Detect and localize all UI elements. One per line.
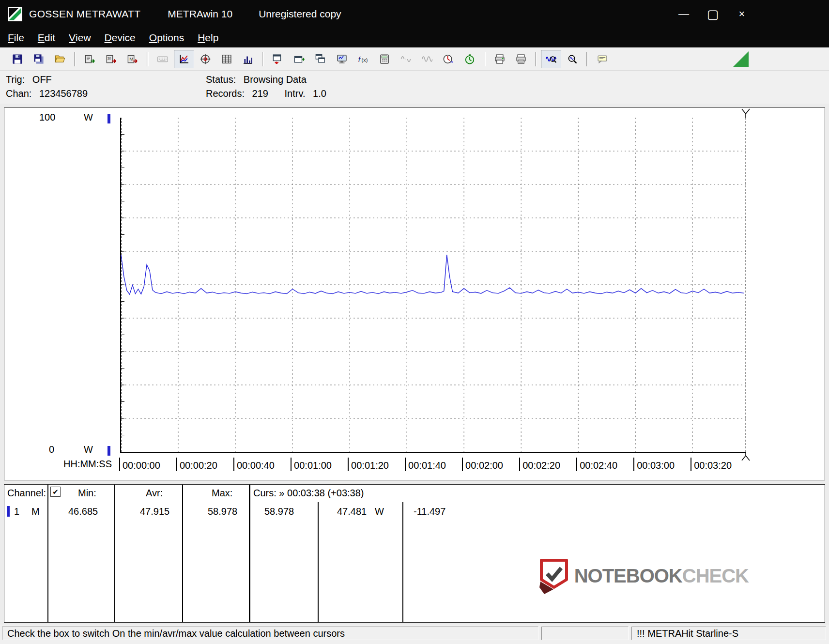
max-value: 58.978 [208, 506, 237, 517]
note-label-icon [597, 54, 608, 64]
titlebar: GOSSEN METRAWATT METRAwin 10 Unregistere… [0, 0, 829, 28]
records-value: 219 [252, 88, 268, 99]
toolbar-keyboard-button[interactable] [153, 50, 173, 68]
window-controls: — ▢ × [669, 0, 829, 28]
save-icon [12, 54, 23, 64]
table-divider [47, 485, 48, 622]
trigger-channel-info: Trig: OFF Chan: 123456789 [6, 73, 88, 101]
menu-view[interactable]: View [62, 28, 98, 47]
toolbar-separator [147, 52, 149, 66]
toolbar-export-memory-button[interactable]: 30 [101, 50, 122, 68]
save-datasets-icon [33, 54, 44, 64]
menu-device[interactable]: Device [98, 28, 142, 47]
toolbar-separator [262, 52, 264, 66]
menu-help[interactable]: Help [191, 28, 225, 47]
menu-edit[interactable]: Edit [31, 28, 62, 47]
window-transfer-icon [273, 54, 283, 64]
view-line-chart-icon [179, 54, 189, 64]
channel-checkbox[interactable]: ✔ [50, 487, 61, 497]
gossen-metrawatt-logo-icon [8, 7, 22, 21]
records-label: Records: [206, 88, 245, 99]
notebookcheck-watermark: NOTEBOOKCHECK [537, 556, 749, 595]
maximize-button[interactable]: ▢ [698, 0, 727, 28]
toolbar-view-table-button[interactable] [216, 50, 237, 68]
interval-value: 1.0 [313, 88, 326, 99]
toolbar-view-line-chart-button[interactable] [174, 50, 194, 68]
minimize-button[interactable]: — [669, 0, 698, 28]
status-value: Browsing Data [244, 74, 307, 85]
plot-area[interactable] [120, 118, 746, 453]
toolbar-open-file-button[interactable] [50, 50, 70, 68]
svg-text:30: 30 [107, 57, 111, 60]
toolbar-wave-continuous-button[interactable] [417, 50, 437, 68]
toolbar-note-label-button[interactable] [592, 50, 613, 68]
status-message-segment: Check the box to switch On the min/avr/m… [2, 627, 538, 640]
toolbar-view-bar-meter-button[interactable] [238, 50, 258, 68]
x-tick-labels: 00:00:0000:00:2000:00:4000:01:0000:01:20… [120, 458, 745, 474]
table-divider [182, 485, 183, 622]
x-tick-label: 00:02:00 [462, 458, 503, 471]
toolbar-separator [535, 52, 537, 66]
toolbar-monitor-online-button[interactable] [332, 50, 352, 68]
close-button[interactable]: × [727, 0, 756, 28]
svg-text:f: f [358, 55, 361, 63]
toolbar-wave-segment-button[interactable] [396, 50, 416, 68]
min-header: Min: [78, 488, 96, 499]
device-display-icon [379, 54, 390, 64]
info-panel: Trig: OFF Chan: 123456789 Status: Browsi… [0, 71, 829, 104]
resize-grip-triangle[interactable] [733, 51, 749, 67]
power-chart-svg [121, 118, 746, 452]
toolbar-formula-fx-button[interactable]: f(x) [353, 50, 373, 68]
wave-continuous-icon [422, 54, 432, 64]
y-unit-top-label: W [84, 112, 93, 123]
table-row: 1 M 46.685 47.915 58.978 58.978 47.481 W… [4, 506, 825, 521]
chan-label: Chan: [6, 87, 31, 101]
toolbar-device-display-button[interactable] [374, 50, 395, 68]
cursor-reading-unit: W [375, 506, 384, 517]
toolbar-print-graph-button[interactable] [490, 50, 510, 68]
zoom-horizontal-icon [546, 54, 556, 64]
toolbar-zoom-lens-button[interactable] [562, 50, 583, 68]
toolbar-separator [586, 52, 588, 66]
formula-fx-icon: f(x) [358, 54, 368, 64]
menu-options[interactable]: Options [142, 28, 191, 47]
x-tick-label: 00:01:00 [291, 458, 332, 471]
trig-value: OFF [32, 74, 52, 85]
avr-value: 47.915 [140, 506, 169, 517]
toolbar-timer-green-button[interactable] [460, 50, 480, 68]
toolbar-print-report-button[interactable] [511, 50, 531, 68]
meter-clock-icon [443, 54, 454, 64]
toolbar-export-m-button[interactable]: M [123, 50, 143, 68]
interval-label: Intrv. [285, 88, 306, 99]
channel-marker-bottom [107, 446, 110, 456]
toolbar-window-cascade-button[interactable] [310, 50, 331, 68]
status-bar: Check the box to switch On the min/avr/m… [0, 625, 829, 644]
cursor-header: Curs: » 00:03:38 (+03:38) [253, 488, 364, 499]
x-tick-label: 00:03:00 [633, 458, 675, 471]
toolbar: 30Mf(x) [0, 47, 829, 71]
toolbar-window-transfer-button[interactable] [268, 50, 288, 68]
toolbar-save-datasets-button[interactable] [29, 50, 49, 68]
avr-header: Avr: [146, 488, 163, 499]
menu-file[interactable]: File [1, 28, 31, 47]
wave-segment-icon [400, 54, 411, 64]
view-table-icon [221, 54, 232, 64]
watermark-text-notebook: NOTEBOOK [574, 565, 682, 587]
toolbar-meter-clock-button[interactable] [438, 50, 459, 68]
status-empty-segment [541, 627, 629, 640]
table-divider [114, 485, 115, 622]
status-label: Status: [206, 74, 236, 85]
toolbar-save-button[interactable] [7, 50, 28, 68]
export-device-icon [85, 54, 95, 64]
toolbar-zoom-horizontal-button[interactable] [541, 50, 561, 68]
toolbar-export-device-button[interactable] [80, 50, 100, 68]
cursor-max-value: 58.978 [264, 506, 294, 517]
x-axis-row: HH:MM:SS 00:00:0000:00:2000:00:4000:01:0… [4, 458, 825, 474]
view-bar-meter-icon [243, 54, 253, 64]
window-cascade-icon [315, 54, 326, 64]
toolbar-window-transfer-alt-button[interactable] [289, 50, 309, 68]
y-unit-bottom-label: W [84, 444, 93, 455]
status-message: Check the box to switch On the min/avr/m… [7, 628, 345, 639]
x-tick-label: 00:02:40 [576, 458, 617, 471]
toolbar-view-scope-button[interactable] [195, 50, 215, 68]
